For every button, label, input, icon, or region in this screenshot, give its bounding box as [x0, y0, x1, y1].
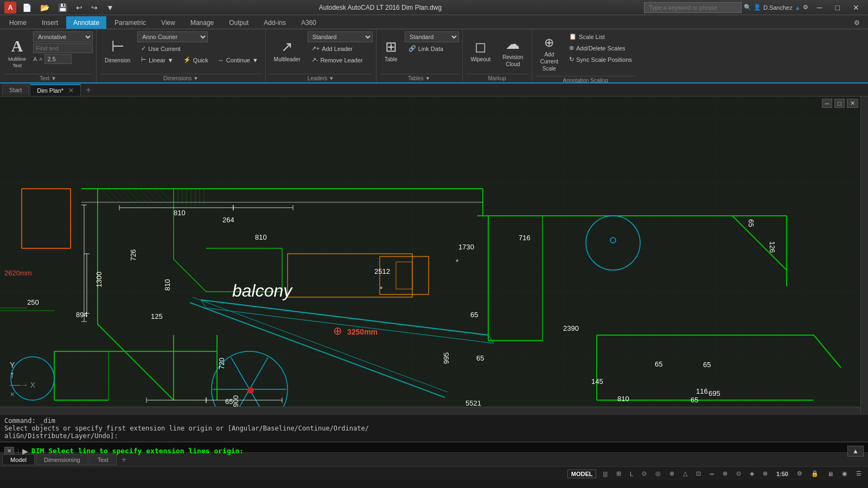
qat-open[interactable]: 📂 [37, 2, 52, 13]
text-size-input[interactable] [44, 54, 72, 64]
qat-new[interactable]: 📄 [20, 2, 34, 13]
linear-button[interactable]: ⊢ Linear ▼ [137, 55, 177, 65]
qat-redo[interactable]: ↪ [88, 2, 100, 13]
status-workspace-switch[interactable]: ⚙ [795, 469, 805, 478]
add-delete-scales-button[interactable]: ⊕ Add/Delete Scales [565, 43, 636, 53]
status-indicators: MODEL ||| ⊞ L ⊙ ◎ ⊕ △ ⊡ ═ ⊗ ⊙ ◈ ⊕ 1:50 ⚙… [0, 466, 868, 480]
status-ortho[interactable]: L [628, 470, 635, 478]
status-lw[interactable]: ═ [707, 470, 716, 478]
command-input[interactable] [31, 447, 844, 455]
dim-style-dropdown[interactable]: Anno Courier [137, 31, 208, 42]
text-style-dropdown[interactable]: Annotative [33, 31, 93, 42]
help-icon[interactable]: ▲ [795, 4, 801, 11]
titlebar-right: 🔍 👤 D.Sanchez ▲ ⚙ ─ □ ✕ [644, 2, 864, 13]
multileader-icon: ↗ [281, 38, 293, 56]
status-sc[interactable]: ◈ [748, 469, 756, 478]
titlebar-left: A 📄 📂 💾 ↩ ↪ ▼ [4, 2, 117, 14]
find-text-input[interactable] [33, 43, 93, 53]
use-current-button[interactable]: ✓ Use Current [137, 43, 262, 54]
qat-save[interactable]: 💾 [55, 2, 70, 13]
scale-list-icon: 📋 [569, 33, 577, 40]
tab-a360[interactable]: A360 [294, 16, 323, 29]
command-line-1: Command: _dim [4, 417, 864, 425]
qat-more[interactable]: ▼ [104, 2, 117, 13]
drawing-close-button[interactable]: ✕ [847, 99, 858, 108]
status-model-label[interactable]: MODEL [567, 470, 597, 478]
ribbon-group-dimensions: ⊢ Dimension Anno Courier ✓ Use Current ⊢… [97, 29, 266, 82]
qat-undo[interactable]: ↩ [73, 2, 85, 13]
leaders-group-content: ↗ Multileader Standard ↗+ Add Leader ↗- … [269, 31, 373, 74]
status-customize[interactable]: ☰ [854, 469, 864, 478]
leader-style-dropdown[interactable]: Standard [308, 31, 373, 42]
layout-add-button[interactable]: + [118, 454, 130, 465]
status-polar[interactable]: ⊙ [640, 469, 649, 478]
tab-parametric[interactable]: Parametric [107, 16, 153, 29]
vertical-scrollbar[interactable] [860, 97, 868, 414]
text-group-label[interactable]: Text ▼ [3, 74, 93, 82]
status-tp[interactable]: ⊗ [720, 469, 730, 478]
horizontal-scrollbar[interactable] [0, 407, 860, 414]
add-current-scale-button[interactable]: ⊕ AddCurrentScale [535, 31, 563, 76]
quick-button[interactable]: ⚡ Quick [180, 55, 212, 65]
bottom-tab-text[interactable]: Text [90, 454, 117, 465]
status-grid[interactable]: ||| [601, 470, 610, 478]
tab-annotate[interactable]: Annotate [66, 16, 106, 29]
wipeout-button[interactable]: ◻ Wipeout [466, 31, 496, 69]
status-ducs[interactable]: △ [681, 469, 690, 478]
status-osnap[interactable]: ◎ [653, 469, 663, 478]
revision-cloud-button[interactable]: ☁ RevisionCloud [497, 31, 528, 72]
multiline-text-button[interactable]: A MultilineText [3, 31, 31, 73]
table-icon: ⊞ [385, 38, 397, 56]
status-scale[interactable]: 1:50 [774, 470, 790, 478]
bottom-tab-dimensioning[interactable]: Dimensioning [36, 454, 88, 465]
tab-workspace[interactable]: ⚙ [847, 16, 867, 29]
dimensions-group-label[interactable]: Dimensions ▼ [100, 74, 262, 82]
remove-leader-button[interactable]: ↗- Remove Leader [308, 55, 373, 65]
link-data-button[interactable]: 🔗 Link Data [405, 43, 459, 54]
continue-button[interactable]: ↔ Continue ▼ [214, 55, 262, 65]
status-qp[interactable]: ⊙ [734, 469, 743, 478]
scale-list-button[interactable]: 📋 Scale List [565, 31, 636, 42]
doc-tab-add-button[interactable]: + [82, 85, 94, 95]
doc-tab-dimplan[interactable]: Dim Plan* ✕ [30, 84, 81, 96]
close-button[interactable]: ✕ [848, 2, 864, 13]
tab-addins[interactable]: Add-ins [257, 16, 293, 29]
add-leader-button[interactable]: ↗+ Add Leader [308, 43, 373, 54]
doc-tab-close-dimplan[interactable]: ✕ [68, 87, 74, 94]
drawing-area[interactable]: 810 264 810 2512 1730 716 2390 5521 1300… [0, 97, 868, 414]
sync-scale-positions-button[interactable]: ↻ Sync Scale Positions [565, 54, 636, 65]
status-ann[interactable]: ⊕ [761, 469, 770, 478]
tab-output[interactable]: Output [222, 16, 256, 29]
drawing-restore-button[interactable]: □ [834, 99, 845, 108]
status-dyn[interactable]: ⊡ [694, 469, 703, 478]
dimension-button[interactable]: ⊢ Dimension [100, 31, 135, 69]
tables-group-label[interactable]: Tables ▼ [380, 74, 459, 82]
app-logo: A [4, 2, 16, 14]
multileader-button[interactable]: ↗ Multileader [269, 31, 305, 69]
status-hardware[interactable]: 🖥 [825, 470, 835, 478]
minimize-button[interactable]: ─ [813, 2, 827, 13]
maximize-button[interactable]: □ [831, 2, 844, 13]
ribbon-group-markup: ◻ Wipeout ☁ RevisionCloud Markup [463, 29, 532, 82]
settings-icon[interactable]: ⚙ [803, 4, 808, 11]
table-style-dropdown[interactable]: Standard [405, 31, 459, 42]
cmd-expand-button[interactable]: ▲ [847, 446, 864, 457]
tab-insert[interactable]: Insert [35, 16, 65, 29]
bottom-tab-model[interactable]: Model [2, 454, 35, 465]
continue-icon: ↔ [218, 57, 224, 63]
search-input[interactable] [644, 2, 742, 13]
status-isolate[interactable]: ◉ [840, 469, 850, 478]
table-button[interactable]: ⊞ Table [380, 31, 403, 69]
tab-view[interactable]: View [154, 16, 182, 29]
tab-manage[interactable]: Manage [183, 16, 221, 29]
tab-home[interactable]: Home [2, 16, 34, 29]
drawing-minimize-button[interactable]: ─ [822, 99, 833, 108]
status-snap[interactable]: ⊞ [614, 469, 623, 478]
leaders-group-label[interactable]: Leaders ▼ [269, 74, 373, 82]
doc-tab-start[interactable]: Start [2, 85, 29, 95]
status-bar: Command: _dim Select objects or specify … [0, 414, 868, 452]
tables-col: Standard 🔗 Link Data [405, 31, 459, 54]
status-lock[interactable]: 🔒 [809, 469, 821, 478]
status-otrack[interactable]: ⊕ [667, 469, 676, 478]
markup-group-label: Markup [466, 74, 528, 82]
